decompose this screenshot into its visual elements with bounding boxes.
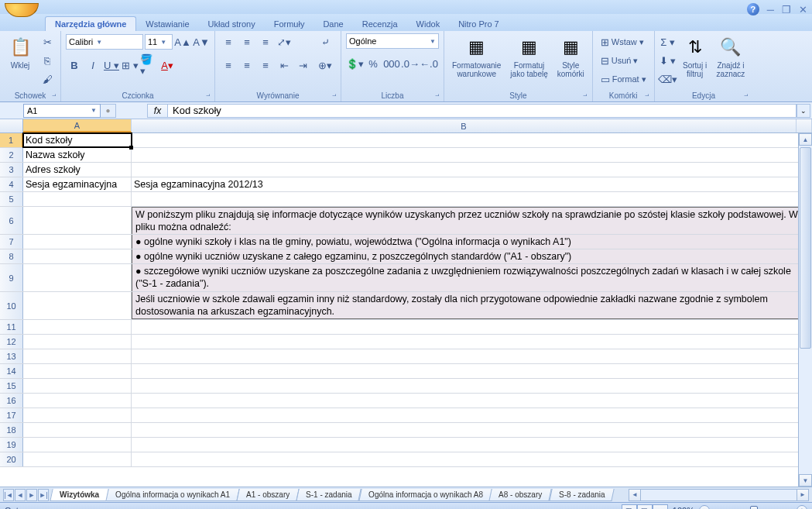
cell-B9[interactable]: ● szczegółowe wyniki uczniów uzyskane za… — [132, 264, 812, 291]
increase-indent-button[interactable]: ⇥ — [294, 57, 311, 74]
zoom-in-button[interactable]: + — [797, 505, 807, 509]
restore-button[interactable]: ❐ — [782, 4, 791, 15]
zoom-level[interactable]: 100% — [673, 506, 694, 509]
row-header-2[interactable]: 2 — [0, 148, 23, 162]
row-header-3[interactable]: 3 — [0, 163, 23, 177]
select-all-button[interactable] — [0, 119, 23, 132]
cell-styles-button[interactable]: ▦Style komórki — [554, 33, 588, 80]
vertical-scrollbar[interactable]: ▲ ▼ — [798, 133, 812, 487]
percent-button[interactable]: % — [365, 55, 382, 72]
sheet-tab-3[interactable]: A1 - obszary — [236, 489, 300, 501]
tab-review[interactable]: Recenzja — [353, 17, 407, 31]
horizontal-scrollbar[interactable] — [629, 489, 809, 501]
cell-B12[interactable] — [132, 335, 812, 349]
cell-A3[interactable]: Adres szkoły — [23, 163, 132, 177]
cell-B8[interactable]: ● ogólne wyniki uczniów uzyskane z całeg… — [132, 249, 812, 263]
row-header-5[interactable]: 5 — [0, 192, 23, 206]
underline-button[interactable]: U ▾ — [103, 57, 120, 74]
sheet-tab-7[interactable]: S-8 - zadania — [549, 489, 615, 501]
scroll-up-button[interactable]: ▲ — [799, 133, 812, 146]
worksheet-grid[interactable]: A B 1Kod szkoły 2Nazwa szkoły 3Adres szk… — [0, 119, 812, 487]
number-format-combo[interactable]: Ogólne▼ — [346, 33, 439, 49]
tab-view[interactable]: Widok — [407, 17, 450, 31]
merge-button[interactable]: ⊕▾ — [314, 57, 336, 74]
align-middle-button[interactable]: ≡ — [238, 33, 255, 50]
cell-A14[interactable] — [23, 364, 132, 378]
formula-input[interactable]: Kod szkoły — [167, 104, 797, 118]
wrap-text-button[interactable]: ⤶ — [314, 33, 336, 50]
cancel-edit-button[interactable]: ● — [101, 104, 116, 118]
view-pagebreak-button[interactable]: ▭ — [653, 504, 668, 509]
cell-B1[interactable] — [132, 133, 812, 147]
sheet-tab-5[interactable]: Ogólna informacja o wynikach A8 — [358, 489, 492, 501]
cell-A7[interactable] — [23, 235, 132, 249]
row-header-9[interactable]: 9 — [0, 264, 23, 291]
sheet-nav-first[interactable]: |◄ — [3, 489, 14, 501]
tab-formulas[interactable]: Formuły — [265, 17, 314, 31]
sheet-tab-2[interactable]: Ogólna informacja o wynikach A1 — [105, 489, 239, 501]
cell-A10[interactable] — [23, 292, 132, 319]
minimize-button[interactable]: ─ — [767, 4, 774, 15]
row-header-12[interactable]: 12 — [0, 335, 23, 349]
row-header-14[interactable]: 14 — [0, 364, 23, 378]
autosum-button[interactable]: Σ ▾ — [660, 33, 677, 50]
format-painter-button[interactable]: 🖌 — [39, 71, 56, 88]
col-header-C[interactable] — [797, 119, 812, 132]
cell-A4[interactable]: Sesja egzaminacyjna — [23, 177, 132, 191]
cell-A9[interactable] — [23, 264, 132, 291]
grow-font-button[interactable]: A▲ — [174, 33, 191, 50]
cell-A12[interactable] — [23, 335, 132, 349]
copy-button[interactable]: ⎘ — [39, 52, 56, 69]
cell-A1[interactable]: Kod szkoły — [23, 133, 132, 147]
align-top-button[interactable]: ≡ — [220, 33, 237, 50]
font-color-button[interactable]: A▾ — [159, 57, 176, 74]
cell-B14[interactable] — [132, 364, 812, 378]
cell-B16[interactable] — [132, 394, 812, 408]
align-left-button[interactable]: ≡ — [220, 57, 237, 74]
comma-button[interactable]: 000 — [383, 55, 400, 72]
sheet-nav-last[interactable]: ►| — [38, 489, 49, 501]
cell-A19[interactable] — [23, 438, 132, 452]
delete-cells-button[interactable]: ⊟Usuń ▾ — [598, 52, 649, 69]
help-icon[interactable]: ? — [747, 3, 759, 15]
cell-B7[interactable]: ● ogólne wyniki szkoły i klas na tle gmi… — [132, 235, 812, 249]
cell-A20[interactable] — [23, 452, 132, 466]
increase-decimal-button[interactable]: .0→ — [402, 55, 419, 72]
font-size-combo[interactable]: 11▼ — [145, 34, 173, 50]
col-header-B[interactable]: B — [132, 119, 797, 132]
row-header-19[interactable]: 19 — [0, 438, 23, 452]
find-select-button[interactable]: 🔍Znajdź i zaznacz — [714, 33, 749, 80]
tab-insert[interactable]: Wstawianie — [136, 17, 198, 31]
row-header-11[interactable]: 11 — [0, 320, 23, 334]
cell-A5[interactable] — [23, 192, 132, 206]
cell-B19[interactable] — [132, 438, 812, 452]
formula-bar-expand[interactable]: ⌄ — [797, 104, 810, 118]
cell-B6[interactable]: W poniższym pliku znajdują się informacj… — [132, 207, 812, 234]
row-header-17[interactable]: 17 — [0, 408, 23, 422]
clear-button[interactable]: ⌫▾ — [660, 71, 677, 88]
cell-B5[interactable] — [132, 192, 812, 206]
paste-button[interactable]: 📋 Wklej — [5, 33, 36, 71]
close-button[interactable]: ✕ — [799, 4, 807, 15]
cell-B13[interactable] — [132, 349, 812, 363]
format-table-button[interactable]: ▦Formatuj jako tabelę — [507, 33, 550, 80]
italic-button[interactable]: I — [84, 57, 101, 74]
tab-home[interactable]: Narzędzia główne — [45, 16, 136, 31]
row-header-15[interactable]: 15 — [0, 379, 23, 393]
orientation-button[interactable]: ⤢▾ — [276, 33, 293, 50]
currency-button[interactable]: 💲▾ — [346, 55, 363, 72]
zoom-out-button[interactable]: − — [699, 505, 710, 509]
row-header-6[interactable]: 6 — [0, 207, 23, 234]
sort-filter-button[interactable]: ⇅Sortuj i filtruj — [680, 33, 711, 80]
cell-B10[interactable]: Jeśli uczniowie w szkole zdawali egzamin… — [132, 292, 812, 319]
sheet-nav-prev[interactable]: ◄ — [15, 489, 26, 501]
cell-A16[interactable] — [23, 394, 132, 408]
cell-B20[interactable] — [132, 452, 812, 466]
office-button[interactable] — [5, 3, 39, 17]
align-right-button[interactable]: ≡ — [257, 57, 274, 74]
fill-color-button[interactable]: 🪣▾ — [140, 57, 157, 74]
fill-button[interactable]: ⬇ ▾ — [660, 52, 677, 69]
format-cells-button[interactable]: ▭Format ▾ — [598, 71, 649, 88]
sheet-tab-6[interactable]: A8 - obszary — [489, 489, 553, 501]
row-header-13[interactable]: 13 — [0, 349, 23, 363]
